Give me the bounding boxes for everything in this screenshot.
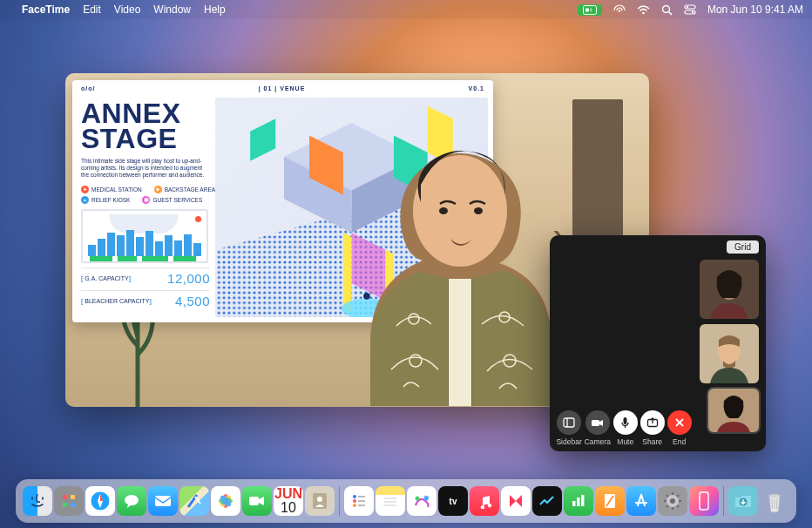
facetime-call-window[interactable]: Grid Sidebar Camera Mute Share bbox=[550, 235, 766, 451]
slide-legend: +MEDICAL STATION ✦BACKSTAGE AREA •RELIEF… bbox=[81, 186, 210, 204]
menu-edit[interactable]: Edit bbox=[83, 3, 101, 16]
svg-point-93 bbox=[769, 494, 781, 498]
dock-app-pages[interactable] bbox=[595, 486, 625, 516]
slide-brand: o/o/ bbox=[81, 85, 95, 91]
dock-app-mail[interactable] bbox=[148, 486, 178, 516]
self-view-thumbnail[interactable] bbox=[708, 389, 759, 432]
dock-app-appstore[interactable] bbox=[626, 486, 656, 516]
dock-app-numbers[interactable] bbox=[564, 486, 593, 516]
legend-item-backstage: ✦BACKSTAGE AREA bbox=[154, 186, 215, 193]
slide-minimap bbox=[81, 209, 208, 263]
svg-marker-28 bbox=[250, 118, 275, 160]
svg-rect-6 bbox=[685, 5, 695, 9]
svg-rect-0 bbox=[583, 5, 596, 14]
airdrop-icon[interactable] bbox=[613, 4, 626, 15]
svg-rect-7 bbox=[685, 10, 695, 14]
svg-line-90 bbox=[667, 505, 668, 507]
spotlight-icon[interactable] bbox=[661, 4, 673, 16]
dock-trash[interactable] bbox=[760, 486, 789, 516]
sidebar-button[interactable]: Sidebar bbox=[556, 410, 581, 446]
svg-line-89 bbox=[677, 495, 679, 497]
dock: JUN10 tv bbox=[16, 479, 796, 523]
slide-description: This intimate side stage will play host … bbox=[81, 158, 210, 179]
camera-button[interactable]: Camera bbox=[585, 410, 611, 446]
svg-point-68 bbox=[353, 499, 356, 503]
menubar-datetime[interactable]: Mon Jun 10 9:41 AM bbox=[707, 3, 803, 16]
svg-point-65 bbox=[317, 497, 322, 502]
dock-separator bbox=[723, 486, 724, 516]
svg-point-66 bbox=[353, 495, 356, 498]
dock-app-safari[interactable] bbox=[85, 486, 115, 516]
menu-bar: FaceTime Edit Video Window Help Mon Jun … bbox=[0, 0, 812, 19]
svg-point-3 bbox=[642, 11, 645, 14]
legend-item-relief: •RELIEF KIOSK bbox=[81, 196, 130, 204]
svg-rect-77 bbox=[572, 501, 576, 506]
svg-line-5 bbox=[668, 11, 672, 15]
legend-item-medical: +MEDICAL STATION bbox=[81, 186, 142, 193]
slide-version: V0.1 bbox=[469, 85, 484, 91]
menu-window[interactable]: Window bbox=[153, 3, 191, 16]
svg-rect-53 bbox=[71, 503, 75, 507]
svg-point-75 bbox=[416, 497, 420, 501]
svg-rect-51 bbox=[71, 495, 75, 499]
dock-app-photos[interactable] bbox=[211, 486, 240, 516]
svg-point-8 bbox=[687, 6, 688, 8]
control-center-icon[interactable] bbox=[684, 4, 696, 15]
dock-app-stocks[interactable] bbox=[532, 486, 562, 516]
bleacher-capacity-row: BLEACHER CAPACITY 4,500 bbox=[81, 290, 210, 308]
grid-view-button[interactable]: Grid bbox=[727, 240, 759, 254]
share-button[interactable]: Share bbox=[640, 410, 665, 446]
svg-line-87 bbox=[667, 495, 668, 497]
dock-app-launchpad[interactable] bbox=[54, 486, 84, 516]
dock-app-freeform[interactable] bbox=[407, 486, 436, 516]
menu-video[interactable]: Video bbox=[114, 3, 140, 16]
dock-app-maps[interactable] bbox=[179, 486, 209, 516]
participant-thumbnail[interactable] bbox=[700, 260, 759, 319]
end-call-button[interactable]: End bbox=[667, 410, 692, 446]
dock-app-facetime[interactable] bbox=[242, 486, 272, 516]
svg-line-88 bbox=[677, 505, 679, 507]
screen-share-status-icon[interactable] bbox=[578, 4, 602, 16]
svg-rect-50 bbox=[63, 495, 67, 499]
wifi-icon[interactable] bbox=[637, 5, 650, 15]
dock-app-reminders[interactable] bbox=[344, 486, 374, 516]
svg-point-70 bbox=[353, 504, 356, 507]
dock-app-messages[interactable] bbox=[117, 486, 146, 516]
svg-rect-45 bbox=[592, 420, 599, 426]
dock-app-news[interactable] bbox=[501, 486, 531, 516]
dock-separator bbox=[339, 486, 340, 516]
svg-rect-78 bbox=[577, 498, 580, 506]
dock-app-iphone-mirroring[interactable] bbox=[689, 486, 719, 516]
svg-point-31 bbox=[474, 207, 483, 214]
legend-item-guest: ✱GUEST SERVICES bbox=[142, 196, 202, 204]
app-menu[interactable]: FaceTime bbox=[22, 3, 70, 16]
dock-app-tv[interactable]: tv bbox=[438, 486, 468, 516]
dock-app-notes[interactable] bbox=[376, 486, 405, 516]
dock-app-settings[interactable] bbox=[658, 486, 687, 516]
svg-rect-43 bbox=[564, 418, 574, 427]
dock-app-music[interactable] bbox=[470, 486, 499, 516]
svg-point-82 bbox=[670, 498, 675, 504]
slide-title: ANNEX STAGE bbox=[81, 101, 210, 152]
ga-capacity-row: G.A. CAPACITY 12,000 bbox=[81, 267, 210, 286]
dock-app-finder[interactable] bbox=[23, 486, 52, 516]
svg-rect-52 bbox=[63, 503, 67, 507]
facetime-controls: Sidebar Camera Mute Share End bbox=[550, 410, 698, 446]
svg-point-9 bbox=[692, 11, 694, 13]
menu-help[interactable]: Help bbox=[204, 3, 226, 16]
svg-point-30 bbox=[439, 207, 448, 214]
svg-rect-36 bbox=[449, 279, 471, 406]
dock-app-contacts[interactable] bbox=[305, 486, 335, 516]
svg-rect-79 bbox=[581, 495, 585, 506]
mute-button[interactable]: Mute bbox=[613, 410, 638, 446]
dock-app-calendar[interactable]: JUN10 bbox=[274, 486, 303, 516]
svg-point-2 bbox=[619, 10, 620, 11]
svg-rect-63 bbox=[249, 497, 259, 505]
svg-rect-91 bbox=[700, 492, 708, 510]
svg-rect-46 bbox=[624, 417, 627, 424]
participant-thumbnail[interactable] bbox=[700, 324, 759, 383]
dock-downloads-folder[interactable] bbox=[728, 486, 758, 516]
svg-rect-58 bbox=[155, 496, 171, 506]
slide-breadcrumb: | 01 | VENUE bbox=[259, 85, 306, 91]
svg-point-1 bbox=[585, 8, 589, 11]
